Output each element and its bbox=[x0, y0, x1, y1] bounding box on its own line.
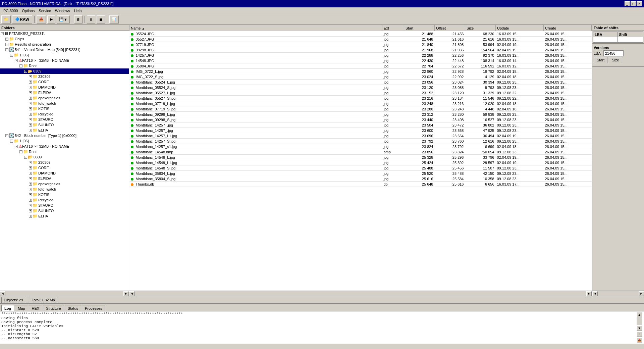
shifts-hscrollbar[interactable]: ◄ ► bbox=[592, 291, 644, 296]
expand-suunto-2[interactable]: + bbox=[29, 209, 32, 212]
expand-suunto[interactable]: + bbox=[29, 123, 32, 127]
versions-size-button[interactable]: Size bbox=[609, 57, 622, 63]
expand-espa1[interactable]: + bbox=[29, 129, 32, 132]
tree-item-kotis[interactable]: + 📁 KOTIS bbox=[0, 106, 129, 111]
expand-0309[interactable]: - bbox=[24, 70, 27, 73]
tree-item-root2[interactable]: - 📁 Root bbox=[0, 149, 129, 154]
expand-230309[interactable]: + bbox=[29, 75, 32, 78]
table-row[interactable]: 05524.JPG jpg 21 488 21 456 68 230 16.03… bbox=[129, 31, 592, 37]
tree-item-results[interactable]: + 📁 Results of preparation bbox=[0, 42, 129, 47]
table-row[interactable]: Montblanc_07719_L.jpg jpg 23 248 23 216 … bbox=[129, 101, 592, 106]
expand-230309-2[interactable]: + bbox=[29, 161, 32, 164]
col-header-create[interactable]: Create bbox=[544, 25, 592, 31]
log-tab-processes[interactable]: Processes bbox=[82, 305, 105, 311]
expand-foto-watch-2[interactable]: + bbox=[29, 188, 32, 191]
raw-button[interactable]: 🔷 RAW bbox=[12, 15, 32, 23]
log-scroll-down[interactable]: ▼ bbox=[637, 326, 642, 331]
expand-results[interactable]: + bbox=[5, 43, 8, 46]
expand-elpida-2[interactable]: + bbox=[29, 177, 32, 180]
tree-item-106-1[interactable]: - 📁 1 [06] bbox=[0, 52, 129, 58]
col-header-size[interactable]: Size bbox=[465, 25, 496, 31]
file-scroll-area[interactable]: Name ▲ Ext Start Offset Size Update Crea… bbox=[129, 25, 592, 291]
folders-hscrollbar[interactable]: ◄ ► bbox=[0, 291, 129, 296]
expand-epexergasias-2[interactable]: + bbox=[29, 183, 32, 186]
expand-epexergasias[interactable]: + bbox=[29, 97, 32, 100]
table-row[interactable]: Montblanc_05524_L.jpg jpg 23 056 23 024 … bbox=[129, 80, 592, 85]
play-button[interactable]: ▶ bbox=[47, 15, 55, 23]
file-scroll-right[interactable]: ► bbox=[586, 291, 592, 296]
tree-item-core-2[interactable]: + 📁 CORE bbox=[0, 165, 129, 170]
tree-item-kotis-2[interactable]: + 📁 KOTIS bbox=[0, 192, 129, 197]
log-tab-log[interactable]: Log bbox=[1, 305, 14, 311]
tree-item-fat16-1[interactable]: - ⚠ FAT16 >= 32MB - NO NAME bbox=[0, 58, 129, 63]
folders-tree[interactable]: - 🖥 F:\TASKS\2_PS2231\ + 📁 Chips + 📁 Res… bbox=[0, 31, 129, 291]
expand-tasks[interactable]: - bbox=[1, 32, 4, 35]
table-row[interactable]: montblanc_14548_S.jpg jpg 25 488 25 456 … bbox=[129, 165, 592, 171]
table-row[interactable]: 14257.JPG jpg 22 288 22 256 92 370 16.03… bbox=[129, 53, 592, 58]
table-row[interactable]: Montblanc_14257_S.jpg jpg 23 792 23 760 … bbox=[129, 139, 592, 144]
table-row[interactable]: Montblanc_35804_L.jpg jpg 25 520 25 488 … bbox=[129, 171, 592, 176]
expand-stauroi[interactable]: + bbox=[29, 118, 32, 121]
expand-fat16-2[interactable]: - bbox=[15, 145, 18, 148]
tree-item-foto-watch[interactable]: + 📁 foto_watch bbox=[0, 101, 129, 106]
expand-542[interactable]: - bbox=[5, 134, 8, 137]
tree-item-0309-2[interactable]: - 📂 0309 bbox=[0, 154, 129, 160]
table-row[interactable]: 07719.JPG jpg 21 840 21 808 53 994 02.04… bbox=[129, 42, 592, 47]
tree-item-root1[interactable]: - 📁 Root bbox=[0, 63, 129, 68]
log-export-icon-btn[interactable]: 📤 bbox=[637, 338, 642, 343]
tree-item-epexergasias[interactable]: + 📁 epexergasias bbox=[0, 95, 129, 101]
col-header-start[interactable]: Start bbox=[404, 25, 435, 31]
expand-recycled[interactable]: + bbox=[29, 113, 32, 116]
tree-item-suunto-2[interactable]: + 📁 SUUNTO bbox=[0, 208, 129, 213]
col-header-name[interactable]: Name ▲ bbox=[129, 25, 382, 31]
tree-item-epexergasias-2[interactable]: + 📁 epexergasias bbox=[0, 181, 129, 187]
menu-windows[interactable]: Windows bbox=[53, 8, 72, 13]
expand-chips[interactable]: + bbox=[5, 38, 8, 41]
table-row[interactable]: Montblanc_14548_L.jpg jpg 25 328 25 296 … bbox=[129, 155, 592, 160]
table-row[interactable]: Montblanc_07719_S.jpg jpg 23 280 23 248 … bbox=[129, 106, 592, 112]
expand-recycled-2[interactable]: + bbox=[29, 199, 32, 202]
tree-item-tasks[interactable]: - 🖥 F:\TASKS\2_PS2231\ bbox=[0, 31, 129, 36]
shifts-col-shift[interactable]: Shift bbox=[618, 32, 643, 37]
table-row[interactable]: 14548.JPG jpg 22 430 22 448 108 314 16.0… bbox=[129, 58, 592, 63]
table-row[interactable]: Montblanc_05524_S.jpg jpg 23 120 23 088 … bbox=[129, 85, 592, 90]
log-tab-status[interactable]: Status bbox=[65, 305, 81, 311]
shifts-scroll-left[interactable]: ◄ bbox=[592, 291, 598, 296]
table-row[interactable]: 05527.JPG jpg 21 648 21 616 21 616 16.03… bbox=[129, 37, 592, 42]
table-row[interactable]: Montblanc_05527_L.jpg jpg 23 152 23 120 … bbox=[129, 90, 592, 96]
file-hscrollbar[interactable]: ◄ ► bbox=[129, 291, 592, 296]
tree-item-elpida[interactable]: + 📁 ELPIDA bbox=[0, 90, 129, 95]
expand-root2[interactable]: - bbox=[19, 150, 22, 153]
tree-item-core[interactable]: + 📁 CORE bbox=[0, 79, 129, 85]
table-row[interactable]: Montblanc_14549_L1.jpg jpg 25 424 25 392… bbox=[129, 160, 592, 165]
expand-kotis[interactable]: + bbox=[29, 107, 32, 110]
tree-item-recycled-2[interactable]: + 📁 Recycled bbox=[0, 197, 129, 203]
tree-item-stauroi[interactable]: + 📁 STAUROI bbox=[0, 117, 129, 122]
tree-item-230309-2[interactable]: + 📁 230309 bbox=[0, 160, 129, 165]
shifts-col-lba[interactable]: LBA bbox=[593, 32, 618, 37]
tree-item-espa1[interactable]: + 📁 ΕΣΠΑ bbox=[0, 128, 129, 133]
tree-item-elpida-2[interactable]: + 📁 ELPIDA bbox=[0, 176, 129, 181]
tree-item-106-2[interactable]: - 📁 1 [06] bbox=[0, 138, 129, 144]
tree-item-diamond[interactable]: + 📁 DIAMOND bbox=[0, 85, 129, 90]
table-row[interactable]: Montblanc_14257_s1.jpg jpg 23 824 23 792… bbox=[129, 144, 592, 149]
table-row[interactable]: Montblanc_14257_L1.jpg jpg 23 696 23 664… bbox=[129, 133, 592, 139]
table-row[interactable]: 35804.JPG jpg 22 704 22 672 116 592 16.0… bbox=[129, 63, 592, 69]
tree-item-0309[interactable]: - 📂 0309 bbox=[0, 68, 129, 74]
expand-fat16-1[interactable]: - bbox=[15, 59, 18, 62]
pause-button[interactable]: ⏸ bbox=[87, 15, 95, 23]
tree-item-stauroi-2[interactable]: + 📁 STAUROI bbox=[0, 203, 129, 208]
expand-espa-2[interactable]: + bbox=[29, 215, 32, 218]
file-scroll-left[interactable]: ◄ bbox=[129, 291, 135, 296]
expand-core-2[interactable]: + bbox=[29, 166, 32, 169]
open-folder-button[interactable]: 📁 bbox=[1, 15, 11, 23]
tree-item-foto-watch-2[interactable]: + 📁 foto_watch bbox=[0, 187, 129, 192]
table-row[interactable]: Montblanc_09298_L.jpg jpg 23 312 23 280 … bbox=[129, 112, 592, 117]
versions-start-button[interactable]: Start bbox=[594, 57, 607, 63]
expand-106-2[interactable]: - bbox=[10, 140, 13, 143]
tree-item-recycled[interactable]: + 📁 Recycled bbox=[0, 111, 129, 117]
col-header-offset[interactable]: Offset bbox=[435, 25, 465, 31]
tree-item-541[interactable]: - 💽 541 - Virtual Drive - Map [540] {PS2… bbox=[0, 47, 129, 52]
log-pause-btn[interactable]: ⏸ bbox=[637, 332, 642, 337]
table-row[interactable]: Thumbs.db db 25 648 25 616 6 656 16.03.0… bbox=[129, 182, 592, 187]
